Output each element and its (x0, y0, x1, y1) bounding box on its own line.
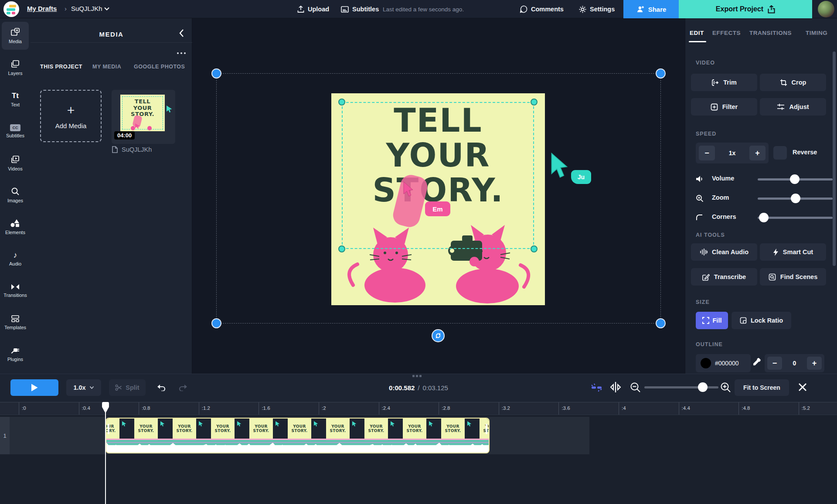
timeline-body[interactable]: 1 YOURSTORY.YOURSTORY.YOURSTORY.YOURSTOR… (0, 415, 837, 504)
clean-audio-button[interactable]: Clean Audio (691, 243, 757, 261)
media-options-menu-icon[interactable] (177, 52, 186, 54)
media-item-name: SuQJLJKh (112, 146, 152, 153)
current-time: 0:00.582 (389, 384, 415, 392)
teal-handle-top-right[interactable] (531, 99, 538, 106)
fill-expand-icon (702, 317, 709, 324)
breadcrumb-my-drafts[interactable]: My Drafts (27, 5, 57, 12)
export-project-button[interactable]: Export Project (679, 0, 812, 18)
sidebar-item-elements[interactable]: Elements (2, 213, 29, 241)
clip-frame-thumbnail: YOURSTORY. (403, 419, 426, 439)
timeline-zoom-in-icon[interactable] (720, 382, 731, 393)
clip-trim-handle-right[interactable] (486, 424, 487, 434)
undo-button[interactable] (153, 379, 169, 396)
teal-handle-bottom-left[interactable] (338, 245, 345, 252)
eyedropper-button[interactable] (752, 358, 761, 367)
add-media-button[interactable]: + Add Media (40, 90, 102, 142)
timeline-zoom-slider-thumb[interactable] (698, 382, 708, 392)
rotate-handle[interactable] (432, 329, 445, 342)
teal-handle-top-left[interactable] (338, 99, 345, 106)
resize-handle-bottom-right[interactable] (656, 318, 666, 328)
cursor-ju-pointer-icon (550, 153, 568, 179)
find-scenes-button[interactable]: Find Scenes (760, 268, 826, 286)
resize-handle-bottom-left[interactable] (211, 318, 221, 328)
tab-edit[interactable]: EDIT (690, 30, 704, 36)
tab-timing[interactable]: TIMING (806, 30, 827, 36)
clip-frame-dark (158, 419, 173, 439)
lock-ratio-button[interactable]: Lock Ratio (732, 312, 791, 329)
timeline-resize-grip[interactable] (412, 375, 422, 377)
preview-canvas[interactable]: TELL YOUR STORY. (192, 18, 685, 374)
tab-my-media[interactable]: MY MEDIA (92, 64, 121, 70)
clip-frame-thumbnail: YOURSTORY. (288, 419, 311, 439)
speed-increase-button[interactable]: + (749, 146, 766, 160)
tab-this-project[interactable]: THIS PROJECT (40, 64, 82, 70)
close-timeline-icon[interactable] (798, 382, 807, 392)
video-clip[interactable]: YOURSTORY.YOURSTORY.YOURSTORY.YOURSTORY.… (105, 418, 490, 453)
sidebar-item-media[interactable]: Media (2, 22, 29, 50)
speed-stepper: − 1x + (696, 143, 769, 163)
tab-effects[interactable]: EFFECTS (712, 30, 741, 36)
snap-toggle-icon[interactable] (590, 383, 603, 392)
crop-icon (780, 79, 787, 86)
zoom-slider-thumb[interactable] (791, 194, 800, 203)
sidebar-item-audio[interactable]: ♪ Audio (2, 245, 29, 272)
ruler-tick: :2.8 (439, 402, 450, 415)
inspector-scrollbar[interactable] (833, 51, 836, 266)
playback-rate-dropdown[interactable]: 1.0x (66, 379, 101, 396)
sidebar-item-transitions[interactable]: Transitions (2, 276, 29, 304)
kapwing-logo[interactable] (3, 1, 19, 17)
adjust-button[interactable]: Adjust (760, 98, 826, 116)
outline-width-increase-button[interactable]: + (807, 357, 822, 370)
breadcrumb-project-name[interactable]: SuQJLJKh (71, 5, 102, 12)
sidebar-item-subtitles[interactable]: CC Subtitles (2, 117, 29, 145)
timeline-ruler[interactable]: :0:0.4:0.8:1.2:1.6:2:2.4:2.8:3.2:3.6:4:4… (0, 402, 837, 415)
comments-button[interactable]: Comments (520, 0, 564, 18)
playhead-marker[interactable] (102, 402, 109, 413)
project-menu-chevron-down-icon[interactable] (104, 7, 110, 11)
timeline-zoom-out-icon[interactable] (630, 382, 641, 393)
sidebar-item-layers[interactable]: Layers (2, 54, 29, 82)
clip-trim-handle-left[interactable] (108, 424, 109, 434)
transcribe-button[interactable]: Transcribe (691, 268, 757, 286)
user-avatar[interactable] (818, 1, 834, 17)
tab-google-photos[interactable]: GOOGLE PHOTOS (134, 64, 185, 70)
timeline-splitter-icon[interactable] (609, 381, 622, 393)
resize-handle-top-left[interactable] (211, 68, 221, 78)
resize-handle-top-right[interactable] (656, 68, 666, 78)
filter-button[interactable]: Filter (691, 98, 757, 116)
fill-button[interactable]: Fill (696, 312, 728, 329)
reverse-checkbox[interactable] (773, 146, 787, 160)
volume-slider-track[interactable] (758, 178, 833, 180)
media-item-card[interactable]: TELL YOUR STORY. 04:00 (112, 90, 175, 144)
playhead-line[interactable] (105, 402, 106, 504)
smart-cut-button[interactable]: Smart Cut (760, 243, 826, 261)
subtitles-button[interactable]: Subtitles (341, 0, 379, 18)
zoom-slider-row: Zoom (696, 194, 827, 204)
corners-slider-track[interactable] (758, 217, 833, 219)
fit-to-screen-button[interactable]: Fit to Screen (735, 379, 789, 396)
crop-button[interactable]: Crop (760, 74, 826, 91)
timeline-zoom-slider-track[interactable] (644, 386, 718, 388)
sidebar-item-plugins[interactable]: Plugins (2, 340, 29, 368)
settings-button[interactable]: Settings (579, 0, 615, 18)
speaker-icon (696, 175, 704, 183)
upload-button[interactable]: Upload (297, 0, 329, 18)
corners-slider-thumb[interactable] (759, 213, 769, 222)
sidebar-item-templates[interactable]: Templates (2, 308, 29, 336)
sidebar-item-videos[interactable]: Videos (2, 149, 29, 177)
sidebar-item-images[interactable]: Images (2, 181, 29, 209)
teal-handle-bottom-right[interactable] (531, 245, 538, 252)
sidebar-item-text[interactable]: Tt Text (2, 85, 29, 113)
trim-button[interactable]: Trim (691, 74, 757, 91)
tab-transitions[interactable]: TRANSITIONS (749, 30, 792, 36)
play-button[interactable] (10, 379, 58, 396)
share-button[interactable]: Share (623, 0, 679, 18)
collapse-panel-chevron-left-icon[interactable] (179, 29, 184, 37)
outline-color-button[interactable]: #000000 (696, 354, 751, 372)
redo-button[interactable] (175, 379, 191, 396)
split-button[interactable]: Split (109, 379, 146, 396)
media-item-thumbnail: TELL YOUR STORY. (120, 95, 165, 131)
volume-slider-row: Volume (696, 174, 827, 185)
volume-slider-thumb[interactable] (790, 174, 800, 184)
zoom-slider-track[interactable] (758, 198, 833, 200)
